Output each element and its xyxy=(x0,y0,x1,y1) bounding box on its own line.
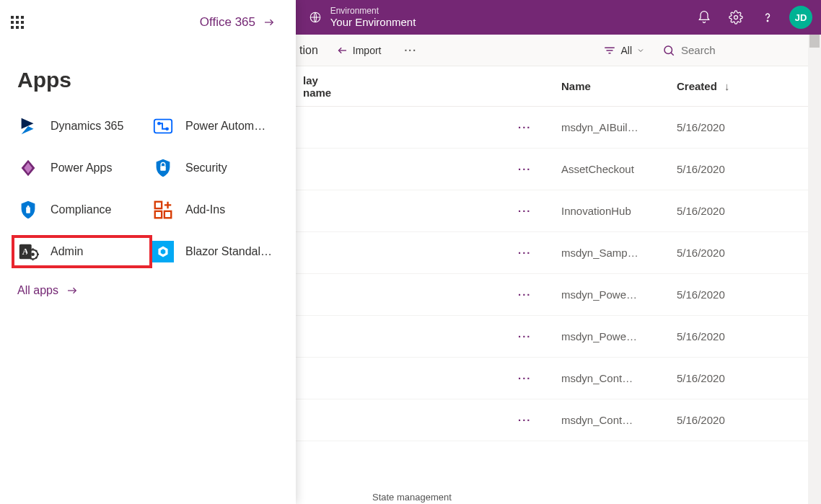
import-icon xyxy=(335,45,348,56)
row-more-button[interactable]: ··· xyxy=(518,414,561,426)
app-tile-blazor-standal[interactable]: Blazor Standal… xyxy=(151,239,283,264)
search-icon xyxy=(662,44,675,57)
environment-picker[interactable]: Environment Your Environment xyxy=(330,6,416,29)
app-tile-label: Admin xyxy=(51,245,83,258)
cell-name: InnovationHub xyxy=(561,205,677,217)
app-tile-admin[interactable]: A Admin xyxy=(16,239,148,264)
scrollbar-thumb[interactable] xyxy=(809,35,820,48)
chevron-down-icon xyxy=(636,46,645,55)
cell-name: msdyn_Cont… xyxy=(561,372,677,384)
app-tile-power-apps[interactable]: Power Apps xyxy=(16,156,148,180)
app-tile-power-autom[interactable]: Power Autom… xyxy=(151,114,283,138)
topbar-actions: JD xyxy=(690,3,821,32)
bell-icon xyxy=(697,10,711,25)
security-icon xyxy=(151,156,175,180)
app-tile-label: Power Autom… xyxy=(185,120,265,133)
cell-name: msdyn_Powe… xyxy=(561,330,677,342)
app-tile-dynamics-365[interactable]: Dynamics 365 xyxy=(16,114,148,138)
question-icon xyxy=(760,10,775,25)
office-365-link[interactable]: Office 365 xyxy=(200,15,276,30)
svg-point-5 xyxy=(158,123,160,125)
arrow-right-icon xyxy=(263,17,276,27)
svg-point-3 xyxy=(664,46,672,54)
cell-created: 5/16/2020 xyxy=(677,414,807,426)
cell-name: msdyn_Samp… xyxy=(561,247,677,259)
app-tile-label: Add-Ins xyxy=(185,203,225,216)
environment-label: Environment xyxy=(330,6,416,16)
row-more-button[interactable]: ··· xyxy=(518,288,561,301)
app-tile-compliance[interactable]: Compliance xyxy=(16,198,148,222)
cell-created: 5/16/2020 xyxy=(677,121,807,133)
column-name[interactable]: Name xyxy=(561,80,677,92)
cell-created: 5/16/2020 xyxy=(677,163,807,175)
cell-created: 5/16/2020 xyxy=(677,247,807,259)
filter-dropdown[interactable]: All xyxy=(603,45,645,56)
svg-point-16 xyxy=(31,252,35,256)
app-tile-label: Blazor Standal… xyxy=(185,245,272,258)
row-more-button[interactable]: ··· xyxy=(518,330,561,342)
cell-name: msdyn_Powe… xyxy=(561,288,677,301)
partial-action-label: tion xyxy=(299,44,318,57)
search-box[interactable] xyxy=(662,44,792,57)
help-button[interactable] xyxy=(753,3,782,32)
environment-name: Your Environment xyxy=(330,16,416,29)
all-apps-link[interactable]: All apps xyxy=(0,264,296,297)
globe-icon xyxy=(309,11,322,24)
app-tile-label: Power Apps xyxy=(51,162,112,174)
waffle-icon xyxy=(11,16,24,29)
sort-descending-icon: ↓ xyxy=(724,80,730,92)
row-more-button[interactable]: ··· xyxy=(518,163,561,175)
svg-point-6 xyxy=(166,128,168,130)
column-created[interactable]: Created ↓ xyxy=(677,80,807,92)
blazor-icon xyxy=(151,239,175,264)
svg-rect-12 xyxy=(164,211,171,218)
vertical-scrollbar[interactable] xyxy=(808,35,821,504)
app-launcher-panel: Office 365 Apps Dynamics 365 Power Autom… xyxy=(0,0,296,504)
import-label: Import xyxy=(353,45,382,56)
compliance-icon xyxy=(16,198,40,222)
row-more-button[interactable]: ··· xyxy=(518,121,561,133)
app-tile-security[interactable]: Security xyxy=(151,156,283,180)
gear-icon xyxy=(729,10,743,25)
flow-icon xyxy=(151,114,175,138)
avatar[interactable]: JD xyxy=(789,6,812,29)
row-more-button[interactable]: ··· xyxy=(518,372,561,384)
svg-point-9 xyxy=(27,205,30,208)
app-tile-label: Compliance xyxy=(51,203,111,216)
app-tile-label: Dynamics 365 xyxy=(51,120,123,133)
cell-name: AssetCheckout xyxy=(561,163,677,175)
arrow-right-icon xyxy=(66,286,79,296)
app-grid: Dynamics 365 Power Autom… Power Apps Sec… xyxy=(0,105,296,264)
office-365-label: Office 365 xyxy=(200,15,255,30)
svg-point-2 xyxy=(767,20,768,21)
app-tile-add-ins[interactable]: Add-Ins xyxy=(151,198,283,222)
admin-icon: A xyxy=(16,239,40,264)
app-launcher-close[interactable] xyxy=(0,5,35,40)
filter-icon xyxy=(603,45,616,56)
filter-label: All xyxy=(620,45,632,56)
apps-title: Apps xyxy=(0,45,296,105)
all-apps-label: All apps xyxy=(17,284,58,297)
svg-point-1 xyxy=(734,16,738,19)
bottom-hint-text: State management xyxy=(368,490,456,504)
import-button[interactable]: Import xyxy=(335,45,382,56)
svg-rect-11 xyxy=(155,211,162,218)
svg-rect-7 xyxy=(160,166,166,171)
settings-button[interactable] xyxy=(721,3,750,32)
search-input[interactable] xyxy=(681,44,782,56)
cell-name: msdyn_AIBuil… xyxy=(561,121,677,133)
addins-icon xyxy=(151,198,175,222)
more-commands-button[interactable]: ··· xyxy=(398,45,423,56)
row-more-button[interactable]: ··· xyxy=(518,205,561,217)
cell-name: msdyn_Cont… xyxy=(561,414,677,426)
cell-created: 5/16/2020 xyxy=(677,205,807,217)
svg-rect-10 xyxy=(155,202,162,208)
row-more-button[interactable]: ··· xyxy=(518,247,561,259)
notifications-button[interactable] xyxy=(690,3,719,32)
cell-created: 5/16/2020 xyxy=(677,288,807,301)
svg-rect-8 xyxy=(26,207,30,213)
dynamics-icon xyxy=(16,114,40,138)
app-tile-label: Security xyxy=(185,162,227,174)
cell-created: 5/16/2020 xyxy=(677,330,807,342)
cell-created: 5/16/2020 xyxy=(677,372,807,384)
